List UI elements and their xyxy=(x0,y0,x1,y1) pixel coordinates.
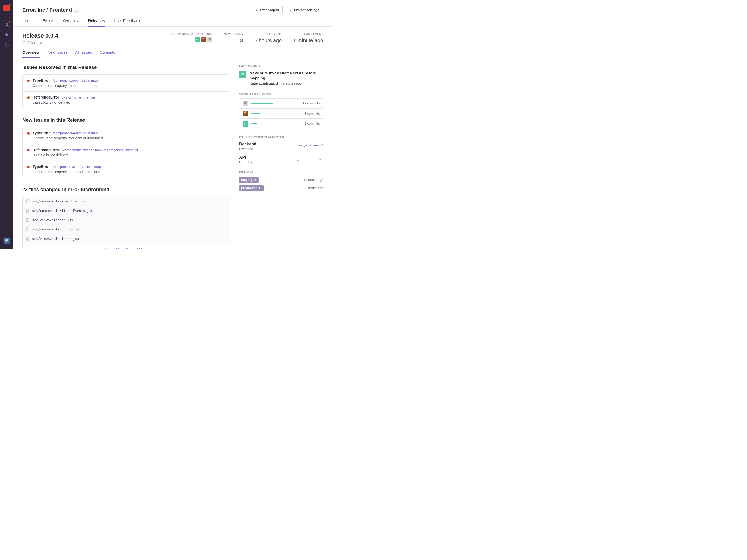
stat-first-event: FIRST EVENT 2 hours ago xyxy=(254,32,282,44)
subtab-overview[interactable]: Overview xyxy=(22,50,40,58)
people-icon[interactable] xyxy=(4,22,10,28)
file-path: src/views/sidebar.jsx xyxy=(32,218,73,222)
affected-project[interactable]: APIError, Inc xyxy=(239,155,323,164)
tab-releases[interactable]: Releases xyxy=(88,19,105,26)
projects-affected-label: OTHER PROJECTS AFFECTED xyxy=(239,136,323,139)
star-icon[interactable] xyxy=(4,32,10,38)
project-settings-label: Project settings xyxy=(294,8,319,12)
subtab-all-issues[interactable]: All Issues xyxy=(75,50,92,58)
issue-description: Cannot read property 'forEach' of undefi… xyxy=(33,136,224,140)
show-more-files-button[interactable]: Show 18 additional files xyxy=(23,243,229,249)
tab-events[interactable]: Events xyxy=(42,19,54,26)
file-row[interactable]: src/components/eventList.jsx xyxy=(23,197,229,206)
author-row[interactable]: 3 commits xyxy=(239,109,323,119)
gear-icon xyxy=(289,8,292,12)
deploy-row: staging14 hours ago xyxy=(239,177,323,183)
issue-row[interactable]: ReferenceError/components/sidebar/index … xyxy=(23,144,229,161)
left-rail: E xyxy=(0,0,14,249)
stat-last-event: LAST EVENT 1 minute ago xyxy=(293,32,323,44)
resolved-issues-list: TypeError/components/eventList in mapCan… xyxy=(22,74,229,108)
main-tabs: IssuesEventsOverviewReleasesUser Feedbac… xyxy=(22,19,323,26)
file-row[interactable]: src/views/salesforce.jsx xyxy=(23,234,229,243)
commit-author-avatar: KL xyxy=(239,71,247,78)
file-path: src/components/eventList.jsx xyxy=(32,199,87,203)
project-name: API xyxy=(239,155,253,160)
issue-location: /components/filterEvents in map xyxy=(53,165,101,169)
project-name: Backend xyxy=(239,142,257,146)
error-dot-icon xyxy=(27,149,30,152)
new-issues-list: TypeError/components/eventList in mapCan… xyxy=(22,127,229,178)
file-icon xyxy=(26,228,30,231)
commit-bar xyxy=(251,123,301,125)
issue-row[interactable]: TypeError/components/eventList in mapCan… xyxy=(23,127,229,144)
tab-user-feedback[interactable]: User Feedback xyxy=(114,19,140,26)
project-settings-button[interactable]: Project settings xyxy=(285,6,323,14)
affected-project[interactable]: BackendError, Inc xyxy=(239,142,323,151)
subtab-commits[interactable]: Commits xyxy=(100,50,115,58)
stat-new-issues: NEW ISSUES 3 xyxy=(224,32,243,44)
files-list: src/components/eventList.jsxsrc/componen… xyxy=(22,196,229,249)
file-icon xyxy=(26,199,30,203)
issue-location: /components/eventList in map xyxy=(53,79,98,82)
issue-location: /components/eventList in map xyxy=(53,131,98,135)
file-path: src/views/salesforce.jsx xyxy=(32,237,79,241)
issue-type: TypeError xyxy=(33,78,50,82)
commits-by-author-label: COMMITS BY AUTHOR xyxy=(239,92,323,95)
org-logo[interactable]: E xyxy=(3,5,10,11)
history-icon[interactable] xyxy=(4,42,10,48)
author-avatar xyxy=(242,111,248,116)
last-commit-label: LAST COMMIT xyxy=(239,64,323,68)
project-org: Error, Inc xyxy=(239,160,253,164)
release-header: Release 0.0.4 2 hours ago 17 COMMITS BY … xyxy=(14,27,332,58)
file-row[interactable]: src/components/filterEvents.jsx xyxy=(23,206,229,215)
sparkline xyxy=(297,156,323,163)
error-dot-icon xyxy=(27,166,30,168)
issue-row[interactable]: TypeError/components/filterEvents in map… xyxy=(23,161,229,178)
commits-by-author-list: 12 commits3 commitsKL2 commits xyxy=(239,98,323,129)
author-avatar[interactable] xyxy=(201,37,206,42)
star-project-button[interactable]: Star project xyxy=(251,6,283,14)
file-row[interactable]: src/components/button.jsx xyxy=(23,225,229,234)
tab-overview[interactable]: Overview xyxy=(63,19,79,26)
release-title: Release 0.0.4 xyxy=(22,32,58,39)
issue-type: TypeError xyxy=(33,165,50,169)
deploy-time: 14 hours ago xyxy=(304,178,323,182)
sparkline xyxy=(297,143,323,149)
last-commit[interactable]: KL Make sure invoiceItems exists before … xyxy=(239,71,323,85)
issue-description: baseURL is not defined xyxy=(33,100,224,105)
project-header: Error, Inc / Frontend Star project xyxy=(14,0,332,27)
chevron-down-icon[interactable] xyxy=(74,7,79,13)
star-icon xyxy=(255,8,259,12)
author-avatar[interactable]: KL xyxy=(195,37,200,42)
file-icon xyxy=(26,209,30,213)
file-path: src/components/button.jsx xyxy=(32,228,81,231)
issue-description: Cannot read property 'map' of undefined xyxy=(33,83,224,88)
subtab-new-issues[interactable]: New Issues xyxy=(48,50,68,58)
release-age: 2 hours ago xyxy=(22,41,58,45)
author-row[interactable]: 12 commits xyxy=(239,99,323,109)
tab-issues[interactable]: Issues xyxy=(22,19,33,26)
deploy-env-pill[interactable]: production xyxy=(239,185,264,191)
deploy-env-pill[interactable]: staging xyxy=(239,177,259,183)
deploy-time: 2 hours ago xyxy=(305,186,323,190)
breadcrumb[interactable]: Error, Inc / Frontend xyxy=(22,7,79,13)
issue-description: isActive is not defined xyxy=(33,153,224,157)
author-row[interactable]: KL2 commits xyxy=(239,119,323,129)
commit-count: 12 commits xyxy=(303,101,320,105)
author-avatar[interactable] xyxy=(207,37,212,42)
issue-row[interactable]: ReferenceError/views/home in renderbaseU… xyxy=(23,91,229,108)
file-icon xyxy=(26,237,30,241)
commit-message: Make sure invoiceItems exists before map… xyxy=(250,71,323,81)
user-avatar[interactable] xyxy=(4,238,10,244)
file-row[interactable]: src/views/sidebar.jsx xyxy=(23,215,229,225)
file-icon xyxy=(26,218,30,222)
clock-icon xyxy=(22,41,26,45)
issue-description: Cannot read property 'length' of undefin… xyxy=(33,170,224,174)
new-issues-heading: New Issues in this Release xyxy=(22,117,229,123)
deploy-row: production2 hours ago xyxy=(239,185,323,191)
issue-row[interactable]: TypeError/components/eventList in mapCan… xyxy=(23,75,229,91)
error-dot-icon xyxy=(27,132,30,135)
resolved-issues-heading: Issues Resolved in this Release xyxy=(22,64,229,70)
breadcrumb-text: Error, Inc / Frontend xyxy=(22,7,72,13)
release-subtabs: OverviewNew IssuesAll IssuesCommits xyxy=(22,50,323,58)
